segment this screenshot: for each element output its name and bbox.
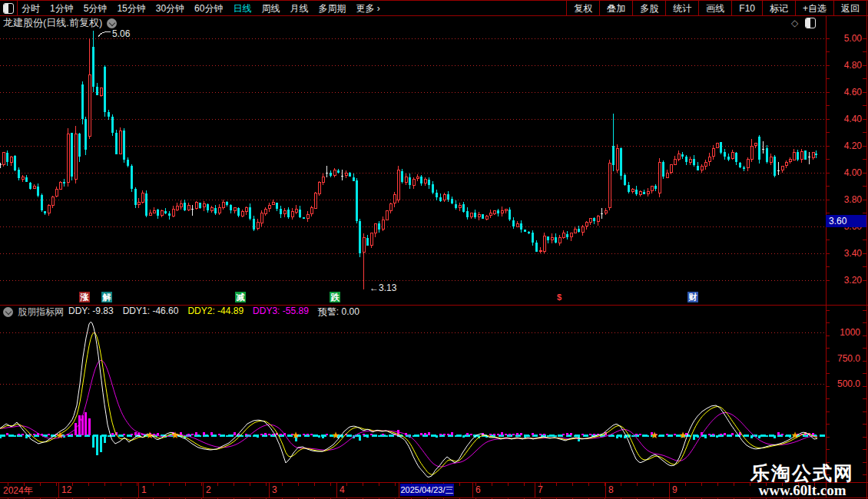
candle-body-up: [370, 233, 373, 246]
action-item-0[interactable]: 复权: [566, 1, 599, 16]
ddy-bar: [532, 433, 534, 435]
candle-body-down: [37, 187, 39, 196]
candle-body-up: [272, 203, 274, 205]
action-item-5[interactable]: F10: [731, 1, 762, 16]
ddy-bar: [108, 435, 110, 437]
period-item-6[interactable]: 日线: [233, 2, 251, 15]
candle-body-flat: [341, 176, 343, 177]
indicator-values: DDY: -9.83DDY1: -46.60DDY2: -44.89DDY3: …: [68, 306, 361, 319]
period-item-0[interactable]: 分时: [22, 2, 40, 15]
period-item-5[interactable]: 60分钟: [194, 2, 223, 15]
candle-body-down: [353, 177, 355, 181]
candle-body-up: [310, 208, 313, 214]
month-label: 4: [340, 484, 345, 495]
candle-body-up: [570, 233, 572, 237]
ddy-bar: [318, 435, 320, 438]
ddy-bar: [616, 435, 618, 438]
candle-body-down: [455, 204, 457, 208]
candle-body-up: [812, 153, 814, 157]
ddy-bar: [666, 434, 668, 435]
ddy-bar: [10, 435, 12, 437]
candle-body-down: [145, 193, 147, 216]
candle-body-down: [743, 167, 745, 169]
candle-body-up: [51, 197, 54, 206]
period-item-3[interactable]: 15分钟: [117, 2, 145, 15]
event-marker-涨: 涨: [79, 292, 90, 302]
action-item-6[interactable]: 标记: [762, 1, 795, 16]
candle-body-down: [528, 232, 530, 233]
candle-body-up: [558, 237, 561, 243]
period-item-8[interactable]: 月线: [290, 2, 308, 15]
indicator-field: DDY1: -46.60: [123, 306, 179, 319]
date-axis[interactable]: 2024年 1212346789 2025/04/23/三: [0, 483, 868, 497]
ddy-bar: [781, 434, 784, 435]
action-item-7[interactable]: +自选: [795, 1, 833, 16]
period-item-7[interactable]: 周线: [261, 2, 280, 15]
candle-body-up: [195, 203, 197, 209]
ddy-bar: [693, 435, 695, 440]
pane-layout-icon[interactable]: [805, 18, 816, 28]
month-label: 8: [608, 484, 614, 495]
candle-body-up: [574, 230, 576, 233]
candle-body-down: [71, 133, 73, 177]
ddy-bar: [555, 435, 557, 437]
candle-body-flat: [326, 173, 328, 173]
ddy-bar: [770, 435, 772, 437]
collapse-chevron-icon[interactable]: [3, 307, 13, 317]
action-item-3[interactable]: 统计: [665, 1, 698, 16]
action-item-4[interactable]: 画线: [698, 1, 731, 16]
candle-body-up: [172, 209, 174, 216]
candle-body-down: [815, 154, 817, 156]
candle-body-up: [589, 219, 591, 223]
ddy-bar: [241, 435, 244, 437]
ddy-bar: [253, 435, 255, 437]
candle-body-up: [678, 154, 680, 160]
diamond-icon[interactable]: ◇: [791, 18, 798, 28]
candle-body-up: [651, 187, 653, 191]
ddy-bar: [566, 433, 568, 435]
candle-body-down: [593, 218, 595, 221]
period-item-4[interactable]: 30分钟: [156, 2, 184, 15]
period-item-2[interactable]: 5分钟: [84, 2, 108, 15]
candle-body-down: [63, 182, 65, 183]
candle-body-up: [674, 160, 676, 165]
indicator-header: 股朋指标网 DDY: -9.83DDY1: -46.60DDY2: -44.89…: [3, 306, 361, 318]
month-separator: [669, 483, 670, 497]
month-label: 3: [272, 484, 277, 495]
ddy-bar: [386, 435, 388, 437]
candle-body-up: [397, 170, 399, 200]
candle-body-down: [108, 112, 110, 116]
ddy-bar: [104, 435, 106, 443]
ddy-bar: [359, 435, 361, 441]
period-item-1[interactable]: 1分钟: [50, 2, 74, 15]
chart-canvas[interactable]: ★★★★★★★★: [0, 0, 868, 499]
low-price-annotation: ←3.13: [369, 283, 396, 293]
period-item-9[interactable]: 多周期: [318, 2, 346, 15]
candle-body-up: [800, 151, 803, 159]
candle-body-down: [520, 223, 522, 230]
ddy-bar: [459, 435, 461, 437]
month-label: 2: [206, 484, 211, 495]
candle-body-up: [386, 210, 388, 220]
chevron-down-icon[interactable]: [107, 18, 117, 28]
layout-toggle-button[interactable]: [0, 1, 18, 16]
candle-body-up: [750, 146, 753, 160]
candle-body-down: [25, 177, 28, 182]
candle-body-up: [88, 74, 91, 137]
action-item-1[interactable]: 叠加: [599, 1, 632, 16]
candle-body-up: [424, 180, 426, 183]
candle-body-up: [747, 160, 749, 168]
watermark: 乐淘公式网 www.60lt.com: [750, 463, 854, 497]
action-item-8[interactable]: 返回: [833, 1, 867, 16]
action-item-2[interactable]: 多股: [632, 1, 665, 16]
ddy-bar: [71, 434, 73, 435]
candle-body-up: [322, 177, 324, 182]
ddy-bar: [670, 435, 672, 437]
candle-body-down: [84, 119, 87, 150]
ddy-bar: [84, 412, 87, 435]
candle-body-up: [141, 193, 144, 202]
candle-body-up: [345, 173, 347, 175]
candle-body-up: [48, 205, 50, 213]
ddy-bar: [88, 418, 91, 435]
period-item-10[interactable]: 更多 ›: [356, 2, 379, 15]
